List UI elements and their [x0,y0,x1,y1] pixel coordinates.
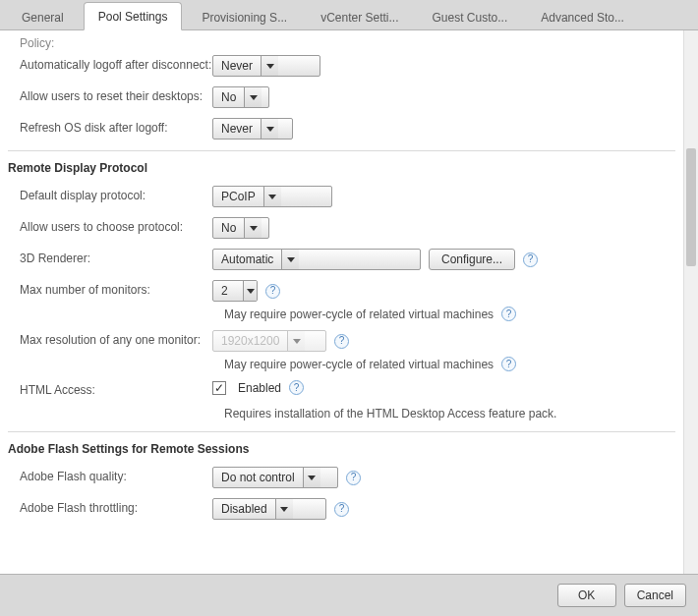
label-auto-logoff: Automatically logoff after disconnect: [8,55,212,72]
section-flash: Adobe Flash Settings for Remote Sessions [8,431,675,462]
section-remote-display: Remote Display Protocol [8,150,675,181]
tab-general[interactable]: General [8,4,78,30]
tab-bar: General Pool Settings Provisioning S... … [0,0,698,30]
chevron-down-icon [275,499,293,519]
chevron-down-icon [261,119,278,139]
truncated-prev-label: Policy: [8,36,675,50]
chevron-down-icon [287,331,305,351]
chevron-down-icon [303,468,320,487]
help-icon[interactable]: ? [346,471,361,485]
hint-power-cycle-1: May require power-cycle of related virtu… [224,308,494,321]
dropdown-auto-logoff[interactable]: Never [212,55,320,77]
label-allow-reset: Allow users to reset their desktops: [8,86,212,103]
scrollbar-thumb[interactable] [686,148,696,266]
help-icon[interactable]: ? [289,380,304,395]
chevron-down-icon [281,250,299,269]
help-icon[interactable]: ? [523,252,538,267]
hint-power-cycle-2: May require power-cycle of related virtu… [224,358,494,371]
tab-provisioning[interactable]: Provisioning S... [188,4,301,30]
help-icon[interactable]: ? [501,357,516,371]
ok-button[interactable]: OK [557,584,616,607]
dropdown-flash-quality[interactable]: Do not control [212,467,338,488]
label-default-protocol: Default display protocol: [8,186,212,202]
dropdown-3d-renderer[interactable]: Automatic [212,249,421,270]
tab-guest-custo[interactable]: Guest Custo... [419,4,522,30]
chevron-down-icon [244,87,262,107]
dropdown-default-protocol[interactable]: PCoIP [212,186,332,207]
dropdown-max-monitors[interactable]: 2 [212,280,258,302]
help-icon[interactable]: ? [265,284,280,299]
label-flash-quality: Adobe Flash quality: [8,467,212,483]
label-allow-choose-protocol: Allow users to choose protocol: [8,217,212,234]
help-icon[interactable]: ? [334,502,349,517]
scrollbar-vertical[interactable] [683,30,698,574]
chevron-down-icon [244,218,262,238]
chevron-down-icon [261,56,278,76]
help-icon[interactable]: ? [334,334,349,349]
help-icon[interactable]: ? [501,307,516,321]
checkbox-html-access[interactable] [212,381,226,395]
hint-html-requires: Requires installation of the HTML Deskto… [8,402,675,425]
checkbox-html-access-label: Enabled [238,381,281,395]
dropdown-refresh-os[interactable]: Never [212,118,293,140]
cancel-button[interactable]: Cancel [624,584,686,607]
configure-button[interactable]: Configure... [429,249,515,270]
chevron-down-icon [263,187,281,206]
label-refresh-os: Refresh OS disk after logoff: [8,118,212,135]
settings-form: Policy: Automatically logoff after disco… [0,30,683,574]
tab-pool-settings[interactable]: Pool Settings [84,2,183,30]
label-flash-throttling: Adobe Flash throttling: [8,498,212,515]
dropdown-allow-choose-protocol[interactable]: No [212,217,269,239]
label-html-access: HTML Access: [8,380,212,397]
label-max-monitors: Max number of monitors: [8,280,212,297]
dropdown-max-resolution: 1920x1200 [212,330,326,352]
label-max-resolution: Max resolution of any one monitor: [8,330,212,347]
tab-vcenter[interactable]: vCenter Setti... [307,4,412,30]
dialog-footer: OK Cancel [0,574,698,616]
dropdown-allow-reset[interactable]: No [212,86,269,108]
label-3d-renderer: 3D Renderer: [8,249,212,265]
dropdown-flash-throttling[interactable]: Disabled [212,498,326,520]
chevron-down-icon [243,281,257,301]
tab-advanced-storage[interactable]: Advanced Sto... [527,4,638,30]
